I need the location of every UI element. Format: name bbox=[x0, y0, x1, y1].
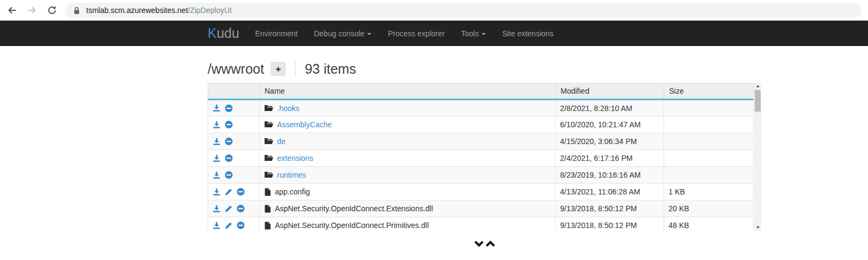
folder-name-link[interactable]: .hooks bbox=[277, 104, 299, 113]
kudu-navbar: Kudu Environment Debug console Process e… bbox=[0, 21, 868, 46]
delete-icon[interactable] bbox=[224, 120, 233, 129]
current-path-title: /wwwroot bbox=[208, 61, 264, 77]
pencil-icon[interactable] bbox=[224, 205, 233, 213]
scrollbar-thumb[interactable] bbox=[755, 90, 761, 112]
triangle-down-icon bbox=[756, 226, 760, 229]
item-count-label: 93 items bbox=[305, 61, 356, 77]
browser-back-button[interactable] bbox=[4, 2, 20, 18]
size-cell: 1 KB bbox=[664, 184, 754, 200]
size-cell: 48 KB bbox=[664, 217, 754, 231]
file-icon bbox=[264, 205, 271, 213]
col-header-size[interactable]: Size bbox=[664, 83, 754, 100]
file-name-label[interactable]: AspNet.Security.OpenIdConnect.Primitives… bbox=[275, 221, 429, 230]
brand-letter-k: K bbox=[208, 25, 217, 41]
delete-icon[interactable] bbox=[224, 104, 233, 113]
folder-name-link[interactable]: de bbox=[277, 137, 286, 146]
size-cell bbox=[664, 150, 754, 167]
nav-item-tools[interactable]: Tools bbox=[453, 29, 494, 38]
chevron-down-icon[interactable] bbox=[474, 240, 484, 248]
download-icon[interactable] bbox=[213, 121, 221, 129]
delete-icon[interactable] bbox=[224, 137, 233, 146]
modified-cell: 2/8/2021, 8:28:10 AM bbox=[556, 100, 664, 116]
triangle-up-icon bbox=[756, 85, 760, 87]
download-icon[interactable] bbox=[213, 188, 221, 196]
console-toggle-chevrons bbox=[208, 240, 761, 248]
nav-item-debug-console[interactable]: Debug console bbox=[306, 29, 380, 38]
browser-chrome: tsmlab.scm.azurewebsites.net/ZipDeployUI bbox=[0, 0, 868, 21]
table-row: AssemblyCache 6/10/2020, 10:21:47 AM bbox=[208, 116, 754, 133]
folder-icon bbox=[264, 154, 273, 162]
size-cell bbox=[664, 100, 754, 116]
size-cell bbox=[664, 133, 754, 150]
file-icon bbox=[264, 222, 271, 230]
lock-icon[interactable] bbox=[73, 6, 80, 15]
table-row: .hooks 2/8/2021, 8:28:10 AM bbox=[208, 100, 754, 116]
table-row: runtimes 8/23/2019, 10:16:16 AM bbox=[208, 167, 754, 184]
delete-icon[interactable] bbox=[236, 221, 245, 230]
delete-icon[interactable] bbox=[224, 171, 233, 179]
pencil-icon[interactable] bbox=[224, 188, 233, 196]
file-name-label[interactable]: AspNet.Security.OpenIdConnect.Extensions… bbox=[275, 204, 433, 213]
nav-item-process-explorer[interactable]: Process explorer bbox=[380, 29, 453, 38]
browser-forward-button[interactable] bbox=[24, 2, 40, 18]
download-icon[interactable] bbox=[213, 205, 221, 213]
delete-icon[interactable] bbox=[236, 204, 245, 213]
size-cell: 20 KB bbox=[664, 200, 754, 217]
table-row: de 4/15/2020, 3:06:34 PM bbox=[208, 133, 754, 150]
table-row: app.config 4/13/2021, 11:06:28 AM 1 KB bbox=[208, 184, 754, 200]
table-row: extensions 2/4/2021, 6:17:16 PM bbox=[208, 150, 754, 167]
file-icon bbox=[264, 188, 271, 196]
url-text: tsmlab.scm.azurewebsites.net/ZipDeployUI bbox=[86, 6, 232, 15]
download-icon[interactable] bbox=[213, 138, 221, 146]
browser-refresh-button[interactable] bbox=[44, 2, 60, 18]
chevron-down-icon bbox=[367, 33, 371, 35]
folder-icon bbox=[264, 121, 273, 128]
table-header-row: Name Modified Size bbox=[208, 83, 754, 100]
folder-name-link[interactable]: runtimes bbox=[277, 171, 306, 179]
file-browser-main: /wwwroot + 93 items Name Modified Size bbox=[208, 60, 761, 248]
scrollbar-up-arrow[interactable] bbox=[754, 83, 761, 89]
modified-cell: 4/13/2021, 11:06:28 AM bbox=[556, 184, 664, 200]
chevron-down-icon bbox=[481, 33, 486, 35]
nav-item-site-extensions[interactable]: Site extensions bbox=[494, 29, 562, 38]
download-icon[interactable] bbox=[213, 104, 221, 112]
size-cell bbox=[664, 116, 754, 133]
scrollbar-down-arrow[interactable] bbox=[754, 224, 761, 231]
col-header-name[interactable]: Name bbox=[260, 83, 556, 100]
size-cell bbox=[664, 167, 754, 184]
add-item-button[interactable]: + bbox=[271, 62, 286, 76]
modified-cell: 6/10/2020, 10:21:47 AM bbox=[556, 116, 664, 133]
nav-item-environment[interactable]: Environment bbox=[247, 29, 306, 38]
folder-icon bbox=[264, 138, 273, 145]
kudu-brand-logo[interactable]: Kudu bbox=[208, 25, 239, 41]
url-path: /ZipDeployUI bbox=[188, 6, 232, 15]
title-divider bbox=[295, 61, 295, 77]
chevron-up-icon[interactable] bbox=[485, 240, 496, 248]
table-row: AspNet.Security.OpenIdConnect.Extensions… bbox=[208, 200, 754, 217]
delete-icon[interactable] bbox=[236, 187, 245, 196]
modified-cell: 2/4/2021, 6:17:16 PM bbox=[556, 150, 664, 167]
path-title-row: /wwwroot + 93 items bbox=[208, 60, 761, 78]
delete-icon[interactable] bbox=[224, 154, 233, 162]
brand-rest: udu bbox=[217, 25, 240, 41]
modified-cell: 9/13/2018, 8:50:12 PM bbox=[556, 217, 664, 231]
download-icon[interactable] bbox=[213, 171, 221, 179]
file-table-container: Name Modified Size .hooks 2/8/2021, 8:28… bbox=[208, 83, 761, 231]
table-scrollbar[interactable] bbox=[754, 83, 761, 231]
download-icon[interactable] bbox=[213, 222, 221, 230]
pencil-icon[interactable] bbox=[224, 222, 233, 230]
folder-name-link[interactable]: AssemblyCache bbox=[277, 120, 332, 129]
file-name-label[interactable]: app.config bbox=[275, 187, 310, 196]
download-icon[interactable] bbox=[213, 154, 221, 162]
refresh-icon bbox=[47, 5, 57, 15]
file-table: Name Modified Size .hooks 2/8/2021, 8:28… bbox=[208, 83, 754, 231]
modified-cell: 8/23/2019, 10:16:16 AM bbox=[556, 167, 664, 184]
folder-icon bbox=[264, 171, 273, 179]
folder-name-link[interactable]: extensions bbox=[277, 154, 313, 162]
url-host: tsmlab.scm.azurewebsites.net bbox=[86, 6, 188, 15]
folder-icon bbox=[264, 105, 273, 112]
forward-arrow-icon bbox=[27, 5, 37, 15]
modified-cell: 9/13/2018, 8:50:12 PM bbox=[556, 200, 664, 217]
address-bar[interactable]: tsmlab.scm.azurewebsites.net/ZipDeployUI bbox=[66, 3, 861, 18]
col-header-modified[interactable]: Modified bbox=[556, 83, 664, 100]
